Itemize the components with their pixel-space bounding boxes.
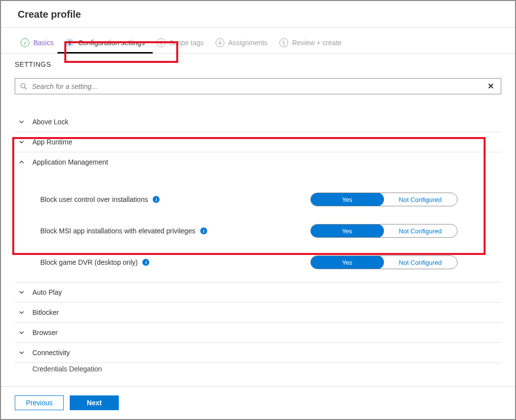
search-input[interactable] (32, 83, 486, 90)
toggle-not-configured[interactable]: Not Configured (383, 224, 457, 237)
tab-label: Configuration settings (78, 39, 144, 47)
toggle-not-configured[interactable]: Not Configured (383, 256, 457, 269)
category-application-management[interactable]: Application Management (15, 152, 501, 172)
chevron-down-icon (19, 330, 25, 336)
chevron-down-icon (19, 309, 25, 315)
chevron-down-icon (19, 366, 25, 372)
tab-label: Assignments (228, 39, 268, 47)
info-icon[interactable]: i (153, 196, 160, 203)
tab-label: Basics (33, 39, 54, 47)
check-icon: ✓ (21, 38, 29, 47)
setting-label: Block user control over installations (40, 196, 148, 203)
category-above-lock[interactable]: Above Lock (15, 112, 501, 132)
step-2-icon: 2 (65, 38, 74, 47)
category-label: Browser (32, 329, 57, 336)
category-browser[interactable]: Browser (15, 323, 501, 343)
tab-scope-tags[interactable]: 3 Scope tags (151, 34, 210, 53)
tab-label: Scope tags (169, 39, 204, 47)
category-label: Auto Play (32, 288, 62, 296)
toggle-block-game-dvr[interactable]: Yes Not Configured (310, 255, 458, 269)
next-button[interactable]: Next (70, 395, 119, 410)
section-heading: SETTINGS (15, 60, 501, 68)
toggle-block-msi[interactable]: Yes Not Configured (310, 224, 458, 238)
toggle-yes[interactable]: Yes (310, 224, 384, 238)
tab-configuration-settings[interactable]: 2 Configuration settings (59, 34, 150, 53)
toggle-yes[interactable]: Yes (310, 193, 384, 206)
tab-assignments[interactable]: 4 Assignments (210, 34, 273, 53)
category-connectivity[interactable]: Connectivity (15, 343, 501, 363)
setting-label: Block game DVR (desktop only) (40, 258, 137, 266)
category-credentials-delegation[interactable]: Credentials Delegation (15, 363, 501, 375)
step-5-icon: 5 (279, 38, 288, 47)
step-3-icon: 3 (157, 38, 165, 47)
application-management-settings: Block user control over installations i … (15, 172, 501, 282)
info-icon[interactable]: i (200, 227, 207, 234)
setting-label: Block MSI app installations with elevate… (40, 227, 195, 235)
search-box[interactable]: ✕ (15, 78, 501, 94)
toggle-not-configured[interactable]: Not Configured (383, 193, 457, 206)
clear-icon[interactable]: ✕ (486, 82, 496, 91)
search-icon (20, 83, 27, 90)
category-label: Credentials Delegation (32, 365, 102, 373)
category-label: Application Management (32, 158, 108, 166)
step-4-icon: 4 (216, 38, 224, 47)
tab-review-create[interactable]: 5 Review + create (273, 34, 348, 53)
category-bitlocker[interactable]: Bitlocker (15, 303, 501, 323)
chevron-down-icon (19, 350, 25, 356)
tab-label: Review + create (292, 39, 342, 47)
page-title: Create profile (1, 5, 515, 27)
previous-button[interactable]: Previous (15, 395, 64, 410)
setting-block-msi: Block MSI app installations with elevate… (40, 215, 501, 247)
chevron-down-icon (19, 139, 25, 145)
toggle-yes[interactable]: Yes (310, 255, 384, 269)
setting-block-user-control: Block user control over installations i … (40, 184, 501, 215)
category-label: Connectivity (32, 349, 70, 357)
svg-point-0 (21, 84, 25, 88)
category-label: App Runtime (32, 138, 72, 146)
category-auto-play[interactable]: Auto Play (15, 282, 501, 303)
chevron-up-icon (19, 159, 25, 165)
wizard-tabs: ✓ Basics 2 Configuration settings 3 Scop… (1, 28, 515, 54)
wizard-footer: Previous Next (1, 386, 515, 419)
category-label: Above Lock (32, 118, 68, 126)
category-app-runtime[interactable]: App Runtime (15, 132, 501, 152)
chevron-down-icon (19, 289, 25, 295)
svg-line-1 (25, 87, 27, 89)
tab-basics[interactable]: ✓ Basics (15, 34, 59, 53)
category-label: Bitlocker (32, 308, 59, 316)
setting-block-game-dvr: Block game DVR (desktop only) i Yes Not … (40, 247, 501, 278)
chevron-down-icon (19, 119, 25, 125)
info-icon[interactable]: i (142, 259, 149, 266)
toggle-block-user-control[interactable]: Yes Not Configured (310, 193, 458, 206)
